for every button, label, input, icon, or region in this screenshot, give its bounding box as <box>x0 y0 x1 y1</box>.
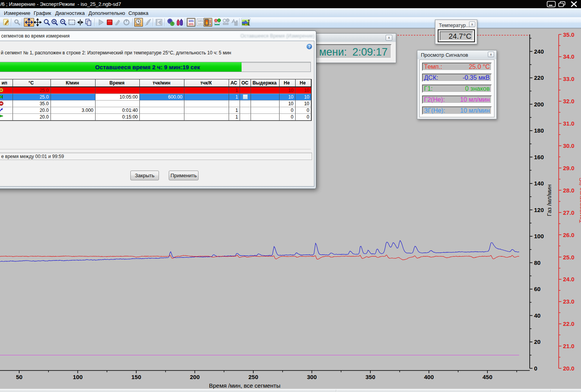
svg-text:101: 101 <box>198 22 203 26</box>
temperature-window-close-icon[interactable]: x <box>469 22 475 27</box>
gas-switch-icon[interactable] <box>166 18 175 27</box>
progress-text: Оставшееся время 2 ч: 9 мин:19 сек <box>0 64 310 70</box>
apply-button[interactable]: Применить <box>169 171 198 180</box>
gas-tick-label: 100 <box>534 233 544 239</box>
toolbar: 101101101101 <box>0 17 581 28</box>
x-tick-label: 400 <box>424 374 434 380</box>
window-titlebar: /6 ; Измерение - ЭкспертРежим - iso_25_2… <box>0 0 581 8</box>
stop-icon[interactable] <box>105 18 114 27</box>
menu-item-3[interactable]: Диагностика <box>55 10 85 16</box>
segment-cell-time <box>96 87 140 94</box>
segment-cell-ac: 1 <box>229 94 240 101</box>
center-marker-icon[interactable] <box>76 18 85 27</box>
segment-stop-icon <box>0 101 4 106</box>
column-header[interactable]: тчк/К <box>184 79 229 87</box>
segment-cell-time: 0:15:00 <box>96 114 140 120</box>
copy-icon[interactable] <box>84 18 93 27</box>
gas-cylinders-icon[interactable] <box>175 18 184 27</box>
segment-row[interactable]: 35.01010 <box>0 101 311 107</box>
column-header[interactable]: АС <box>229 79 240 87</box>
column-header[interactable]: Не <box>280 79 296 87</box>
menu-item-4[interactable]: Дополнительно <box>88 10 125 16</box>
segment-cell-he2: 0 <box>296 114 312 120</box>
column-header[interactable]: °С <box>13 79 51 87</box>
column-header[interactable]: тчк/мин <box>140 79 184 87</box>
segment-cell-kmin <box>51 101 96 107</box>
segment-cell-he1: 10 <box>280 94 296 101</box>
close-dialog-button[interactable]: Закрыть <box>130 171 159 180</box>
remaining-time-close-icon[interactable]: x <box>386 35 392 41</box>
segment-row[interactable]: 20.00:15:00100 <box>0 114 311 120</box>
toolbar-separator <box>132 18 133 26</box>
x-tick-label: 250 <box>248 374 258 380</box>
help-icon[interactable]: ? <box>307 44 312 49</box>
temp-tick-label: 35.0 <box>563 31 574 38</box>
fit-window-icon[interactable] <box>24 18 34 27</box>
column-header[interactable]: ип <box>0 79 13 87</box>
segments-dialog: сегментов во время измерения Оставшееся … <box>0 31 316 189</box>
pan-icon[interactable] <box>33 18 42 27</box>
column-header[interactable]: К/мин <box>51 79 96 87</box>
column-header[interactable]: Выдержка <box>251 79 280 87</box>
gas-tick-label: 160 <box>534 154 544 160</box>
segment-cell-icon <box>0 87 13 94</box>
status-bar <box>0 389 581 392</box>
menu-item-2[interactable]: График <box>34 10 51 16</box>
segment-cell-c: 20.0 <box>13 107 51 114</box>
gas-tick-label: 20 <box>534 338 541 345</box>
segment-cell-hold <box>251 94 280 101</box>
run-icon[interactable] <box>97 18 105 27</box>
segment-row[interactable]: 20.03.0000:01:40100 <box>0 107 311 114</box>
temp-tick-label: 26.0 <box>563 232 574 238</box>
ratio-101-icon[interactable]: 101101 <box>187 18 195 27</box>
toolbar-separator <box>185 18 186 26</box>
segment-cell-tpm <box>140 101 184 107</box>
clock-icon[interactable] <box>134 18 143 27</box>
quill-icon[interactable] <box>144 18 153 27</box>
signal-lamps-2-icon[interactable] <box>222 18 231 27</box>
zoom-out-icon[interactable] <box>59 18 67 27</box>
signal-value: 10 мл/мин <box>460 96 490 103</box>
restore-button[interactable] <box>558 1 567 7</box>
power-icon[interactable] <box>122 18 131 27</box>
segment-cell-he1: 10 <box>280 87 296 94</box>
segment-cell-c: 35.0 <box>13 101 51 107</box>
segment-cell-kmin: 3.000 <box>51 107 96 114</box>
label-peaks-icon[interactable] <box>230 18 239 27</box>
zoom-dynamic-icon[interactable] <box>42 18 51 27</box>
zoom-in-icon[interactable] <box>50 18 59 27</box>
brush-icon[interactable] <box>114 18 122 27</box>
segment-cell-ac: 1 <box>229 107 240 114</box>
signals-window-close-icon[interactable]: x <box>488 52 494 57</box>
signal-label: Г2(Не): <box>424 96 445 103</box>
signal-row: ДСК:-0.35 мкВ <box>422 74 492 82</box>
menu-item-5[interactable]: Справка <box>128 10 148 16</box>
x-tick-label: 450 <box>482 374 492 380</box>
edit-note-icon[interactable] <box>2 18 11 27</box>
segment-row[interactable]: 25.010:05:00600.0011010 <box>0 94 311 101</box>
temp-tick-label: 24.0 <box>563 276 574 282</box>
column-header[interactable]: ОС <box>240 79 251 87</box>
segment-cell-hold <box>251 101 280 107</box>
segment-row[interactable]: 25.011010 <box>0 87 311 94</box>
menu-item-1[interactable]: Измерение <box>4 10 31 16</box>
close-button[interactable] <box>568 1 578 7</box>
svg-text:101: 101 <box>188 22 194 26</box>
prev-view-icon[interactable] <box>155 18 163 27</box>
signals-window-title: Просмотр Сигналов <box>421 52 468 58</box>
minimize-button[interactable] <box>547 1 556 7</box>
segments-table: ип°СК/минВремятчк/минтчк/КАСОСВыдержкаНе… <box>0 79 312 121</box>
column-header[interactable]: Не <box>296 79 312 87</box>
oc-checkbox[interactable] <box>243 94 248 99</box>
signal-lamps-icon[interactable] <box>213 18 222 27</box>
column-header[interactable]: Время <box>96 79 140 87</box>
export-analysis-icon[interactable] <box>241 18 251 27</box>
segment-info-text: й сегмент № 1, расположен в строке 2: Из… <box>1 50 231 56</box>
probe-icon[interactable] <box>13 18 22 27</box>
signal-label: Темп.: <box>424 63 442 70</box>
signal-row: Темп.:25.0 °C <box>422 63 492 71</box>
zoom-box-icon[interactable] <box>68 18 76 27</box>
toolbar-separator <box>239 18 240 26</box>
toolbar-divider <box>0 28 581 29</box>
furnace-icon[interactable] <box>204 18 212 27</box>
